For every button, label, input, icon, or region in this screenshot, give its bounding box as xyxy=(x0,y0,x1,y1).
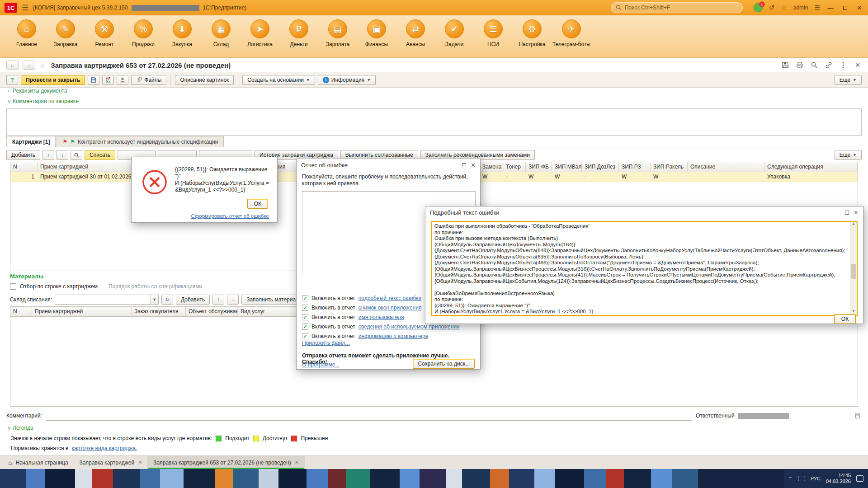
global-search-input[interactable]: Поиск Ctrl+Shift+F xyxy=(611,2,743,13)
save-to-disk-button[interactable]: Сохранить на диск... xyxy=(413,359,475,369)
print-icon[interactable] xyxy=(796,61,804,69)
tab-refill-list[interactable]: Заправка картриджей✕ xyxy=(74,456,148,469)
table-cell[interactable]: W xyxy=(619,172,651,182)
section-requisites-toggle[interactable]: ›Реквизиты документа xyxy=(7,88,67,94)
favorites-star-icon[interactable]: ☆ xyxy=(781,4,787,12)
ribbon-item-refill[interactable]: ✎Заправка xyxy=(46,19,85,47)
refill-comment-textarea[interactable] xyxy=(6,108,862,136)
ribbon-item-money[interactable]: ₽Деньги xyxy=(279,19,318,47)
ribbon-item-tasks[interactable]: ✔Задачи xyxy=(435,19,474,47)
writeoff-warehouse-combo[interactable]: ▼ xyxy=(55,295,159,305)
column-header[interactable]: Тонер xyxy=(503,162,526,172)
restore-window-icon[interactable] xyxy=(462,163,466,167)
table-cell[interactable]: - xyxy=(503,172,526,182)
attach-file-link[interactable]: Приложить файл... xyxy=(302,340,350,346)
ribbon-item-advances[interactable]: ⇄Авансы xyxy=(396,19,435,47)
help-button[interactable]: ? xyxy=(6,75,18,85)
tab-home[interactable]: ⌂Начальная страница xyxy=(3,456,74,469)
dialog-titlebar[interactable]: Отчет об ошибке ✕ xyxy=(297,159,480,171)
close-document-icon[interactable]: ✕ xyxy=(854,61,862,69)
materials-move-down-button[interactable]: ↓ xyxy=(227,295,239,305)
column-header[interactable]: Описание xyxy=(688,162,764,172)
notification-center-icon[interactable] xyxy=(856,475,863,482)
set-responsible-button[interactable] xyxy=(117,75,128,85)
fill-materials-button[interactable]: Заполнить материал xyxy=(241,295,304,305)
display-icon[interactable] xyxy=(798,476,805,481)
filter-by-row-checkbox[interactable] xyxy=(10,283,16,290)
ribbon-item-finance[interactable]: ▣Финансы xyxy=(357,19,396,47)
checkbox-checked-icon[interactable]: ✓ xyxy=(302,295,308,301)
table-cell[interactable]: W xyxy=(552,172,582,182)
ribbon-item-telegram[interactable]: ✈Телеграм-боты xyxy=(552,19,591,47)
computer-info-link[interactable]: информацию о компьютере xyxy=(359,333,429,339)
detail-ok-button[interactable]: ОК xyxy=(834,314,856,324)
table-cell[interactable]: W xyxy=(480,172,503,182)
legend-toggle[interactable]: ∨Легенда xyxy=(7,425,33,431)
tab-cartridges[interactable]: Картриджи [1] xyxy=(6,136,56,147)
move-up-button[interactable]: ↑ xyxy=(42,150,54,160)
close-tab-icon[interactable]: ✕ xyxy=(138,460,142,465)
close-tab-icon[interactable]: ✕ xyxy=(295,460,299,465)
more-menu-icon[interactable] xyxy=(839,61,847,69)
close-window-button[interactable]: ✕ xyxy=(855,5,863,11)
ribbon-item-purchase[interactable]: ⬇Закупка xyxy=(163,19,202,47)
column-header[interactable]: ЗИП Ракель xyxy=(651,162,688,172)
writeoff-warehouse-input[interactable] xyxy=(55,295,150,304)
search-rows-button[interactable] xyxy=(71,150,82,160)
column-header[interactable]: Объект обслуживания xyxy=(186,307,238,317)
spec-order-link[interactable]: Порядок работы со спецификациями xyxy=(108,283,202,290)
forward-button[interactable]: → xyxy=(23,61,35,70)
table-cell[interactable]: Упаковка xyxy=(764,172,858,182)
checkbox-checked-icon[interactable]: ✓ xyxy=(302,314,308,320)
maximize-window-icon[interactable] xyxy=(845,211,849,215)
main-menu-icon[interactable]: ☰ xyxy=(22,3,28,13)
table-cell[interactable]: 1 xyxy=(10,172,38,182)
cartridge-type-card-link[interactable]: карточке вида картриджа. xyxy=(72,445,137,451)
ribbon-item-warehouse[interactable]: ▦Склад xyxy=(202,19,241,47)
scrollbar-thumb[interactable] xyxy=(851,264,856,279)
column-header[interactable]: N xyxy=(10,162,38,172)
comment-input[interactable] xyxy=(46,411,692,421)
document-note-icon[interactable] xyxy=(854,412,862,420)
toolbar-more-button[interactable]: Еще▼ xyxy=(835,75,862,85)
checkbox-checked-icon[interactable]: ✓ xyxy=(302,305,308,311)
minimize-button[interactable]: — xyxy=(826,5,835,11)
post-and-close-button[interactable]: Провести и закрыть xyxy=(21,75,85,85)
ribbon-item-nsi[interactable]: ☰НСИ xyxy=(474,19,513,47)
open-warehouse-button[interactable]: ↻ xyxy=(161,295,173,305)
username-link[interactable]: имя пользователя xyxy=(359,314,404,320)
tab-individual-specs[interactable]: ⚑ ⚑ Контрагент использует индивидуальные… xyxy=(57,136,224,147)
ribbon-item-sales[interactable]: %Продажи xyxy=(124,19,163,47)
column-header[interactable]: ЗИП РЗ xyxy=(619,162,651,172)
notifications-icon[interactable]: 1 xyxy=(754,3,763,12)
files-button[interactable]: Файлы xyxy=(131,75,166,85)
preview-icon[interactable] xyxy=(810,61,818,69)
column-header[interactable]: ЗИП ДозЛез xyxy=(582,162,619,172)
generate-error-report-link[interactable]: Сформировать отчет об ошибке xyxy=(191,213,269,219)
save-icon[interactable] xyxy=(781,61,789,69)
close-dialog-icon[interactable]: ✕ xyxy=(471,162,476,169)
materials-move-up-button[interactable]: ↑ xyxy=(212,295,224,305)
detail-text-link[interactable]: подробный текст ошибки xyxy=(359,295,422,301)
create-based-on-button[interactable]: Создать на основании▼ xyxy=(242,75,315,85)
picture-description-button[interactable]: Описание картинок xyxy=(175,75,234,85)
current-user[interactable]: admin xyxy=(793,5,808,11)
ribbon-item-settings[interactable]: ⚙Настройка xyxy=(513,19,552,47)
table-cell[interactable]: W xyxy=(526,172,552,182)
writeoff-button[interactable]: Списать xyxy=(85,150,115,160)
about-program-link[interactable]: О программе... xyxy=(302,361,340,368)
information-button[interactable]: iИнформация▼ xyxy=(318,75,376,85)
ribbon-item-main[interactable]: ⌂Главное xyxy=(7,19,46,47)
get-link-icon[interactable] xyxy=(825,61,833,69)
cartridges-more-button[interactable]: Еще▼ xyxy=(835,150,862,160)
tab-refill-document[interactable]: Заправка картриджей 653 от 27.02.2026 (н… xyxy=(148,456,305,469)
ribbon-item-logistics[interactable]: ➤Логистика xyxy=(241,19,279,47)
table-cell[interactable]: - xyxy=(582,172,619,182)
error-ok-button[interactable]: ОК xyxy=(247,199,268,209)
column-header[interactable]: Замена xyxy=(480,162,503,172)
ribbon-item-salary[interactable]: ▤Зарплата xyxy=(318,19,357,47)
column-header[interactable]: ЗИП ФБ xyxy=(526,162,552,172)
language-indicator[interactable]: РУС xyxy=(811,476,821,481)
materials-add-button[interactable]: Добавить xyxy=(176,295,210,305)
section-comment-toggle[interactable]: ∨Комментарий по заправке xyxy=(7,98,79,104)
